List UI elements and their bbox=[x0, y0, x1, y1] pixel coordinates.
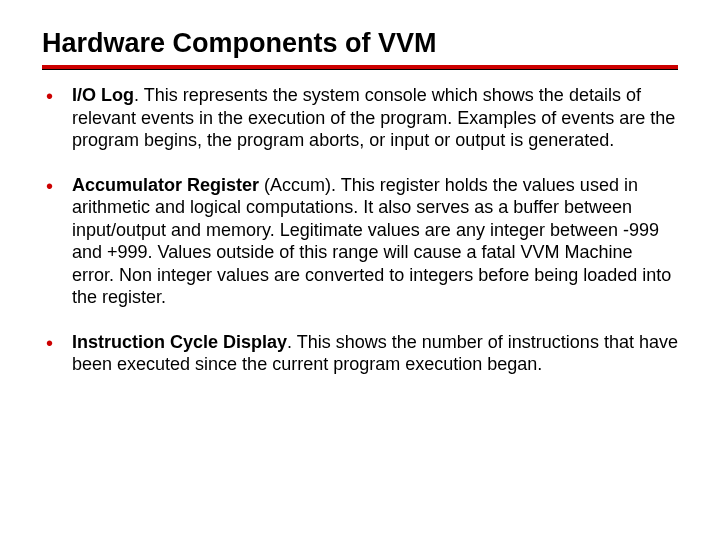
term-suffix: (Accum). bbox=[259, 175, 341, 195]
term: Accumulator Register bbox=[72, 175, 259, 195]
list-item: I/O Log. This represents the system cons… bbox=[42, 84, 678, 152]
list-item: Accumulator Register (Accum). This regis… bbox=[42, 174, 678, 309]
term-suffix: . bbox=[287, 332, 297, 352]
slide: Hardware Components of VVM I/O Log. This… bbox=[0, 0, 720, 418]
item-body: This represents the system console which… bbox=[72, 85, 675, 150]
term: Instruction Cycle Display bbox=[72, 332, 287, 352]
term-suffix: . bbox=[134, 85, 144, 105]
list-item: Instruction Cycle Display. This shows th… bbox=[42, 331, 678, 376]
bullet-list: I/O Log. This represents the system cons… bbox=[42, 84, 678, 376]
slide-title: Hardware Components of VVM bbox=[42, 28, 678, 59]
title-rule-thin bbox=[42, 69, 678, 70]
term: I/O Log bbox=[72, 85, 134, 105]
